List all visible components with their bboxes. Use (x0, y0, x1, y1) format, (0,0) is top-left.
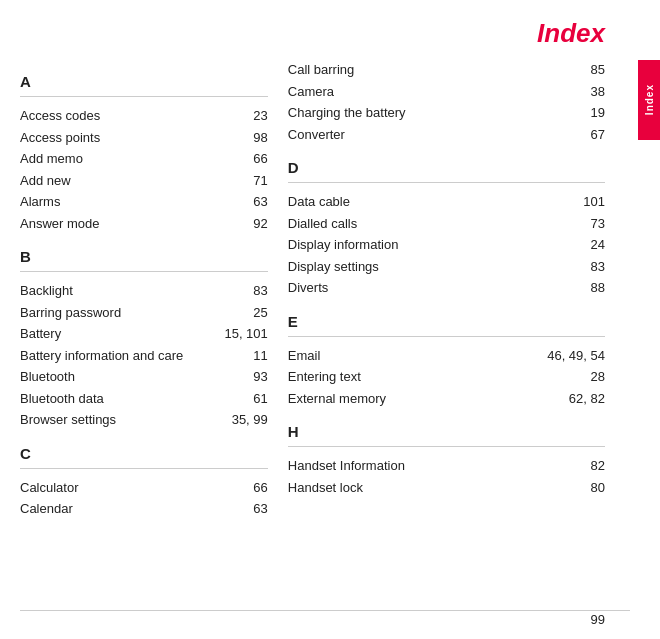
entry-page: 38 (555, 82, 605, 102)
entry-page: 11 (218, 346, 268, 366)
entry-name: Access points (20, 128, 218, 148)
section-divider (288, 336, 605, 337)
side-tab: Index (638, 60, 660, 140)
index-entry: Handset Information82 (288, 455, 605, 477)
section-letter-d: D (288, 159, 605, 176)
entry-page: 61 (218, 389, 268, 409)
entry-name: Entering text (288, 367, 555, 387)
entry-name: Calendar (20, 499, 218, 519)
index-entry: Diverts88 (288, 277, 605, 299)
entry-name: Call barring (288, 60, 555, 80)
index-entry: Access codes23 (20, 105, 268, 127)
page-title: Index (0, 0, 660, 59)
entry-page: 92 (218, 214, 268, 234)
index-entry: Calendar63 (20, 498, 268, 520)
index-entry: Data cable101 (288, 191, 605, 213)
section-letter-b: B (20, 248, 268, 265)
entry-name: Alarms (20, 192, 218, 212)
entry-page: 83 (218, 281, 268, 301)
section-letter-a: A (20, 73, 268, 90)
entry-page: 66 (218, 149, 268, 169)
section-divider (20, 96, 268, 97)
entry-name: Backlight (20, 281, 218, 301)
entry-name: Add new (20, 171, 218, 191)
entry-name: Dialled calls (288, 214, 555, 234)
index-entry: Battery15, 101 (20, 323, 268, 345)
index-entry: Calculator66 (20, 477, 268, 499)
entry-page: 46, 49, 54 (547, 346, 605, 366)
index-entry: Bluetooth data61 (20, 388, 268, 410)
entry-page: 71 (218, 171, 268, 191)
section-divider (288, 182, 605, 183)
index-entry: Handset lock80 (288, 477, 605, 499)
entry-page: 24 (555, 235, 605, 255)
entry-name: Bluetooth data (20, 389, 218, 409)
index-entry: Email46, 49, 54 (288, 345, 605, 367)
section-divider (20, 271, 268, 272)
entry-page: 35, 99 (218, 410, 268, 430)
index-entry: Display information24 (288, 234, 605, 256)
entry-page: 28 (555, 367, 605, 387)
index-entry: Battery information and care11 (20, 345, 268, 367)
entry-name: Answer mode (20, 214, 218, 234)
index-entry: Alarms63 (20, 191, 268, 213)
section-divider (288, 446, 605, 447)
entry-name: Charging the battery (288, 103, 555, 123)
page-number: 99 (591, 612, 605, 627)
entry-name: Handset Information (288, 456, 555, 476)
entry-name: Display information (288, 235, 555, 255)
index-entry: Add memo66 (20, 148, 268, 170)
right-column: Call barring85Camera38Charging the batte… (288, 59, 605, 520)
entry-page: 73 (555, 214, 605, 234)
entry-name: External memory (288, 389, 555, 409)
entry-page: 80 (555, 478, 605, 498)
index-entry: Display settings83 (288, 256, 605, 278)
index-entry: Browser settings35, 99 (20, 409, 268, 431)
index-entry: Answer mode92 (20, 213, 268, 235)
entry-name: Bluetooth (20, 367, 218, 387)
entry-page: 15, 101 (218, 324, 268, 344)
entry-name: Calculator (20, 478, 218, 498)
entry-name: Battery (20, 324, 218, 344)
index-entry: Backlight83 (20, 280, 268, 302)
entry-page: 66 (218, 478, 268, 498)
section-letter-e: E (288, 313, 605, 330)
index-entry: Dialled calls73 (288, 213, 605, 235)
entry-name: Data cable (288, 192, 555, 212)
entry-name: Email (288, 346, 547, 366)
entry-name: Battery information and care (20, 346, 218, 366)
index-entry: Entering text28 (288, 366, 605, 388)
index-entry: Bluetooth93 (20, 366, 268, 388)
index-entry: Converter67 (288, 124, 605, 146)
entry-page: 19 (555, 103, 605, 123)
entry-page: 83 (555, 257, 605, 277)
index-entry: Camera38 (288, 81, 605, 103)
entry-page: 63 (218, 499, 268, 519)
entry-name: Browser settings (20, 410, 218, 430)
entry-page: 98 (218, 128, 268, 148)
left-column: AAccess codes23Access points98Add memo66… (20, 59, 288, 520)
entry-page: 25 (218, 303, 268, 323)
entry-name: Handset lock (288, 478, 555, 498)
bottom-line (20, 610, 630, 611)
entry-page: 82 (555, 456, 605, 476)
entry-page: 93 (218, 367, 268, 387)
index-entry: Charging the battery19 (288, 102, 605, 124)
index-entry: Barring password25 (20, 302, 268, 324)
entry-name: Access codes (20, 106, 218, 126)
index-entry: External memory62, 82 (288, 388, 605, 410)
entry-name: Camera (288, 82, 555, 102)
entry-name: Add memo (20, 149, 218, 169)
index-entry: Add new71 (20, 170, 268, 192)
index-entry: Call barring85 (288, 59, 605, 81)
section-letter-c: C (20, 445, 268, 462)
index-entry: Access points98 (20, 127, 268, 149)
entry-page: 63 (218, 192, 268, 212)
entry-name: Display settings (288, 257, 555, 277)
entry-page: 101 (555, 192, 605, 212)
entry-page: 88 (555, 278, 605, 298)
entry-page: 62, 82 (555, 389, 605, 409)
section-letter-h: H (288, 423, 605, 440)
entry-page: 67 (555, 125, 605, 145)
entry-page: 23 (218, 106, 268, 126)
